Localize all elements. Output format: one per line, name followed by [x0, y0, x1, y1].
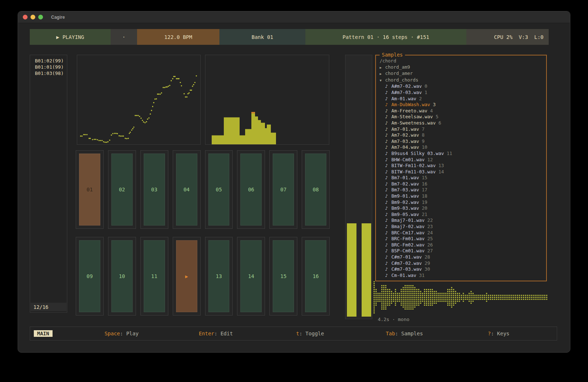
note-icon: ♪ — [385, 175, 391, 181]
file-index: 13 — [435, 163, 444, 168]
pad-02[interactable]: 02 — [108, 150, 136, 229]
waveform-display — [373, 280, 548, 314]
sample-file-row[interactable]: ♪C#m7-03.wav 30 — [380, 266, 546, 273]
pad-11[interactable]: 11 — [140, 237, 168, 316]
pad-16[interactable]: 16 — [302, 237, 330, 316]
file-index: 31 — [416, 273, 425, 278]
minimize-icon[interactable] — [31, 15, 35, 19]
sample-file-row[interactable]: ♪Cm-01.wav 31 — [380, 273, 546, 279]
key-hint-space: Space: Play — [75, 331, 169, 336]
pad-01[interactable]: 01 — [76, 150, 104, 229]
pad-label: 06 — [240, 154, 262, 226]
pad-08[interactable]: 08 — [302, 150, 330, 229]
sample-file-row[interactable]: ♪Am7-03.wav 9 — [380, 138, 546, 145]
maximize-icon[interactable] — [38, 15, 43, 19]
pad-05[interactable]: 05 — [205, 150, 233, 229]
file-index: 0 — [422, 83, 427, 89]
sample-file-row[interactable]: ♪Bm7-02.wav 16 — [380, 181, 546, 187]
sample-file-row[interactable]: ♪Bm7-01.wav 15 — [380, 175, 546, 181]
note-icon: ♪ — [385, 126, 391, 133]
sample-file-row[interactable]: ♪Bm9-02.wav 19 — [380, 199, 546, 206]
pad-13[interactable]: 13 — [205, 237, 233, 316]
pad-07[interactable]: 07 — [269, 150, 297, 229]
file-index: 21 — [419, 212, 427, 217]
sample-file-row[interactable]: ♪Am-Steelsaw.wav 5 — [380, 114, 546, 120]
file-name: BRC-Fm02.wav — [391, 242, 424, 248]
file-index: 22 — [424, 217, 433, 223]
key-hint-t: t: Toggle — [263, 331, 358, 336]
sample-file-row[interactable]: ♪C#m7-02.wav 29 — [380, 260, 546, 267]
sample-folder-row[interactable]: ▶chord_amer — [380, 71, 546, 77]
sample-file-row[interactable]: ♪C#m7-01.wav 28 — [380, 254, 546, 260]
note-icon: ♪ — [385, 157, 391, 163]
file-index: 29 — [422, 260, 430, 266]
file-name: Bmaj7-01.wav — [391, 217, 424, 223]
samples-panel-title: Samples — [380, 52, 405, 58]
sample-file-row[interactable]: ♪BITW-Fm11-03.wav 14 — [380, 169, 546, 175]
pad-10[interactable]: 10 — [108, 237, 136, 316]
sample-file-row[interactable]: ♪Bm7-03.wav 17 — [380, 187, 546, 193]
sample-file-row[interactable]: ♪Am7-02.wav 8 — [380, 132, 546, 138]
footer-bar: MAIN Space: PlayEnter: Editt: ToggleTab:… — [30, 327, 557, 340]
pad-grid: 0102030405060708091011▶13141516 — [76, 150, 330, 316]
note-icon: ♪ — [385, 199, 391, 206]
pad-06[interactable]: 06 — [237, 150, 265, 229]
file-name: Bmaj7-02.wav — [391, 224, 424, 229]
sample-folder-row[interactable]: ▶chord_am9 — [380, 64, 546, 71]
folder-name: chord_amer — [385, 71, 413, 76]
key-hint-tab: Tab: Samples — [357, 331, 452, 336]
sample-file-row[interactable]: ♪Bm9-01.wav 18 — [380, 193, 546, 199]
note-icon: ♪ — [385, 254, 391, 260]
queue-panel: B01:02(99) B01:01(99) B01:03(98) 12/16 — [30, 55, 67, 313]
sample-file-row[interactable]: ♪Am-Freeto.wav 4 — [380, 108, 546, 114]
pad-04[interactable]: 04 — [173, 150, 201, 229]
note-icon: ♪ — [385, 138, 391, 145]
file-name: C#m7-03.wav — [391, 266, 422, 272]
sample-file-row[interactable]: ♪Am-DubWash.wav 3 — [380, 102, 546, 108]
file-name: Cm-01.wav — [391, 273, 416, 278]
close-icon[interactable] — [23, 15, 28, 19]
file-name: BSP-Cm01.wav — [391, 248, 424, 253]
step-position: 12/16 — [31, 303, 67, 311]
sample-file-row[interactable]: ♪B9sus4 Silky 03.wav 11 — [380, 151, 546, 157]
sample-file-row[interactable]: ♪Bmaj7-01.wav 22 — [380, 217, 546, 224]
sample-file-row[interactable]: ♪BSP-Cm01.wav 27 — [380, 248, 546, 254]
file-index: 7 — [419, 126, 424, 132]
sample-file-row[interactable]: ♪A#m7-03.wav 1 — [380, 90, 546, 96]
sample-file-row[interactable]: ♪BITW-Fm11-02.wav 13 — [380, 163, 546, 169]
file-index: 6 — [435, 120, 441, 126]
sample-file-row[interactable]: ♪BRC-Fm01.wav 25 — [380, 236, 546, 242]
sample-file-row[interactable]: ♪BRC-Fm02.wav 26 — [380, 242, 546, 248]
pad-row: 0102030405060708 — [76, 150, 330, 229]
file-name: Bm7-02.wav — [391, 181, 419, 187]
file-name: B9sus4 Silky 03.wav — [391, 151, 444, 156]
note-icon: ♪ — [385, 96, 391, 102]
note-icon: ♪ — [385, 90, 391, 96]
hint-key: t — [296, 331, 299, 336]
file-index: 27 — [424, 248, 433, 253]
sample-file-row[interactable]: ♪Am-Sweetness.wav 6 — [380, 120, 546, 126]
pad-03[interactable]: 03 — [140, 150, 168, 229]
sample-file-row[interactable]: ♪A#m7-02.wav 0 — [380, 83, 546, 90]
pad-09[interactable]: 09 — [76, 237, 104, 316]
sample-file-row[interactable]: ♪Am7-01.wav 7 — [380, 126, 546, 133]
sample-file-row[interactable]: ♪BHW-Cm01.wav 12 — [380, 157, 546, 163]
sample-folder-row[interactable]: ▼chord_chords — [380, 77, 546, 84]
sample-file-row[interactable]: ♪Bmaj7-02.wav 23 — [380, 224, 546, 230]
note-icon: ♪ — [385, 212, 391, 218]
samples-list: /chord ▶chord_am9▶chord_amer▼chord_chord… — [376, 55, 546, 281]
pad-14[interactable]: 14 — [237, 237, 265, 316]
pad-12[interactable]: ▶ — [173, 237, 201, 316]
sample-file-row[interactable]: ♪Bm9-05.wav 21 — [380, 212, 546, 218]
queue-item: B01:03(98) — [35, 70, 67, 76]
sample-file-row[interactable]: ♪Am7-04.wav 10 — [380, 144, 546, 151]
pad-15[interactable]: 15 — [269, 237, 297, 316]
hint-key: Space — [104, 331, 120, 336]
queue-item: B01:01(99) — [35, 64, 67, 70]
sample-file-row[interactable]: ♪Bm9-03.wav 20 — [380, 205, 546, 212]
queue-item: B01:02(99) — [35, 58, 67, 64]
pad-label: 02 — [111, 154, 133, 226]
sample-file-row[interactable]: ♪BRC-Cm17.wav 24 — [380, 230, 546, 236]
sample-file-row[interactable]: ♪Am-01.wav 2 — [380, 96, 546, 102]
file-index: 19 — [419, 199, 427, 205]
